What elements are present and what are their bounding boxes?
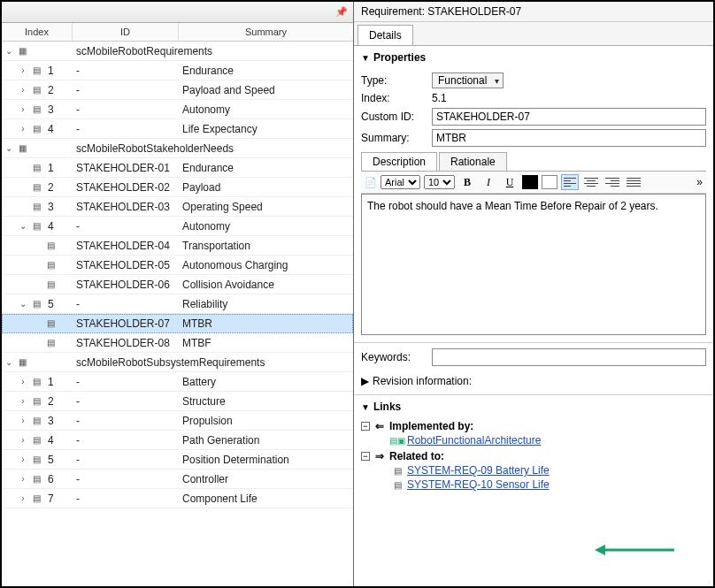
- requirement-title: Requirement: STAKEHOLDER-07: [354, 2, 713, 22]
- tree-row[interactable]: ›1-Endurance: [2, 61, 353, 80]
- properties-form: Type: Functional Index: 5.1 Custom ID: S…: [354, 67, 713, 342]
- summary-input[interactable]: [432, 129, 706, 147]
- tree-row[interactable]: STAKEHOLDER-07MTBR: [2, 314, 353, 333]
- links-section-header[interactable]: ▼ Links: [354, 395, 713, 416]
- keywords-label: Keywords:: [361, 351, 425, 363]
- text-color-swatch[interactable]: [522, 175, 538, 189]
- tree-row[interactable]: STAKEHOLDER-04Transportation: [2, 236, 353, 256]
- properties-section-header[interactable]: ▼ Properties: [354, 46, 713, 67]
- links-label: Links: [373, 401, 401, 413]
- type-label: Type:: [361, 74, 425, 87]
- tree-set-row[interactable]: ⌄scMobileRobotSubsystemRequirements: [2, 353, 353, 372]
- tree-row[interactable]: ›5-Position Determination: [2, 450, 353, 470]
- arrow-out-icon: ⇒: [375, 450, 384, 462]
- tree-set-row[interactable]: ⌄scMobileRobotRequirements: [2, 42, 353, 61]
- implemented-by-label: Implemented by:: [389, 420, 473, 432]
- arch-icon: ▣: [391, 434, 404, 447]
- word-icon[interactable]: 📄: [365, 177, 377, 188]
- revision-label: Revision information:: [373, 375, 472, 387]
- align-left-button[interactable]: [561, 174, 579, 190]
- tree-row[interactable]: ›3-Autonomy: [2, 100, 353, 119]
- col-header-id[interactable]: ID: [73, 23, 179, 41]
- left-panel-header: 📌: [2, 2, 353, 23]
- tree-row[interactable]: ›1-Battery: [2, 372, 353, 392]
- arrow-in-icon: ⇐: [375, 420, 384, 432]
- link-robotfunctionalarchitecture[interactable]: RobotFunctionalArchitecture: [407, 434, 541, 447]
- doc-icon: [391, 464, 404, 477]
- tree-row[interactable]: ›7-Component Life: [2, 489, 353, 508]
- customid-input[interactable]: [432, 108, 706, 126]
- col-header-index[interactable]: Index: [2, 23, 73, 41]
- set-name: scMobileRobotRequirements: [73, 45, 353, 57]
- index-label: Index:: [361, 92, 425, 104]
- tree-row[interactable]: ›6-Controller: [2, 470, 353, 489]
- align-right-button[interactable]: [604, 174, 621, 190]
- requirements-tree[interactable]: ⌄scMobileRobotRequirements›1-Endurance›2…: [2, 42, 353, 586]
- annotation-arrow: [595, 544, 674, 556]
- desc-tabs: Description Rationale: [361, 152, 706, 172]
- tree-row[interactable]: 3STAKEHOLDER-03Operating Speed: [2, 197, 353, 217]
- align-center-button[interactable]: [582, 174, 600, 190]
- requirements-tree-panel: 📌 Index ID Summary ⌄scMobileRobotRequire…: [2, 2, 354, 586]
- set-name: scMobileRobotSubsystemRequirements: [73, 356, 353, 369]
- tree-row[interactable]: ›4-Path Generation: [2, 431, 353, 450]
- bold-button[interactable]: B: [458, 174, 476, 190]
- type-select[interactable]: Functional: [432, 73, 504, 88]
- toolbar-overflow-icon[interactable]: »: [696, 176, 703, 188]
- underline-button[interactable]: U: [501, 174, 519, 190]
- keywords-input[interactable]: [432, 348, 706, 366]
- tree-row[interactable]: STAKEHOLDER-06Collision Avoidance: [2, 275, 353, 294]
- pin-icon[interactable]: 📌: [335, 6, 348, 18]
- set-name: scMobileRobotStakeholderNeeds: [73, 142, 353, 155]
- svg-marker-1: [595, 545, 605, 555]
- summary-label: Summary:: [361, 132, 425, 144]
- tree-row[interactable]: ›2-Payload and Speed: [2, 80, 353, 100]
- tree-row[interactable]: 1STAKEHOLDER-01Endurance: [2, 158, 353, 178]
- expand-icon: ▶: [361, 375, 369, 387]
- col-header-summary[interactable]: Summary: [179, 23, 353, 41]
- tab-description[interactable]: Description: [361, 152, 437, 171]
- tree-row[interactable]: ⌄4-Autonomy: [2, 217, 353, 236]
- tree-column-headers: Index ID Summary: [2, 23, 353, 42]
- font-select[interactable]: Arial: [381, 175, 420, 189]
- collapse-box-icon[interactable]: −: [361, 422, 370, 431]
- tree-row[interactable]: 2STAKEHOLDER-02Payload: [2, 178, 353, 197]
- tree-row[interactable]: ›2-Structure: [2, 392, 353, 411]
- collapse-box-icon[interactable]: −: [361, 452, 370, 461]
- tree-row[interactable]: STAKEHOLDER-05Autonomous Charging: [2, 256, 353, 275]
- link-system-req-10[interactable]: SYSTEM-REQ-10 Sensor Life: [407, 478, 550, 491]
- link-system-req-09[interactable]: SYSTEM-REQ-09 Battery Life: [407, 464, 550, 477]
- collapse-icon: ▼: [361, 402, 370, 412]
- tree-row[interactable]: STAKEHOLDER-08MTBF: [2, 333, 353, 353]
- tab-rationale[interactable]: Rationale: [439, 152, 507, 171]
- details-tabs: Details: [354, 22, 713, 46]
- align-justify-button[interactable]: [625, 174, 642, 190]
- collapse-icon: ▼: [361, 53, 370, 63]
- description-textarea[interactable]: The robot should have a Mean Time Before…: [361, 194, 706, 335]
- tab-details[interactable]: Details: [358, 25, 413, 45]
- tree-row[interactable]: ›3-Propulsion: [2, 411, 353, 431]
- italic-button[interactable]: I: [480, 174, 497, 190]
- properties-label: Properties: [373, 51, 426, 64]
- rich-text-toolbar: 📄 Arial 10 B I U »: [361, 172, 706, 194]
- tree-set-row[interactable]: ⌄scMobileRobotStakeholderNeeds: [2, 139, 353, 158]
- doc-icon: [391, 478, 404, 491]
- fontsize-select[interactable]: 10: [424, 175, 455, 189]
- details-panel: Requirement: STAKEHOLDER-07 Details ▼ Pr…: [354, 2, 713, 586]
- tree-row[interactable]: ⌄5-Reliability: [2, 294, 353, 314]
- links-area: − ⇐ Implemented by: ▣ RobotFunctionalArc…: [354, 416, 713, 501]
- tree-row[interactable]: ›4-Life Expectancy: [2, 119, 353, 139]
- customid-label: Custom ID:: [361, 111, 425, 123]
- related-to-label: Related to:: [389, 450, 444, 462]
- index-value: 5.1: [432, 92, 447, 104]
- revision-section-header[interactable]: ▶ Revision information:: [354, 371, 713, 395]
- bg-color-swatch[interactable]: [542, 175, 557, 189]
